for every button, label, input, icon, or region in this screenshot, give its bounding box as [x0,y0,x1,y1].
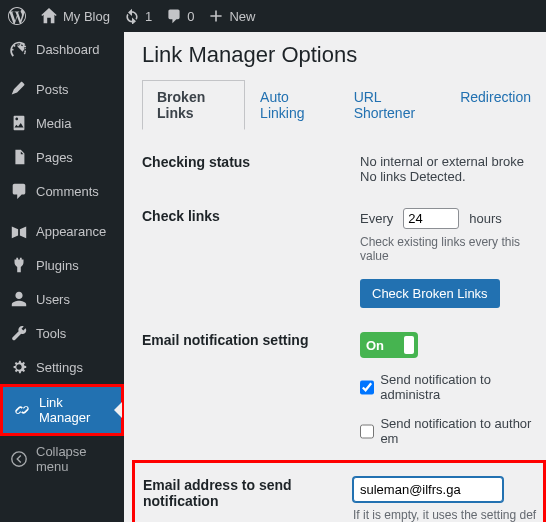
settings-tabs: Broken Links Auto Linking URL Shortener … [142,80,546,130]
sidebar-item-label: Tools [36,326,66,341]
tab-url-shortener[interactable]: URL Shortener [339,80,446,130]
sidebar-item-tools[interactable]: Tools [0,316,124,350]
svg-point-0 [12,452,26,466]
comments-link[interactable]: 0 [166,8,194,24]
comment-icon [166,8,182,24]
tab-redirection[interactable]: Redirection [445,80,546,130]
sidebar-item-posts[interactable]: Posts [0,72,124,106]
tab-broken-links[interactable]: Broken Links [142,80,245,130]
new-content-link[interactable]: New [208,8,255,24]
pin-icon [10,80,28,98]
sidebar-item-label: Pages [36,150,73,165]
sidebar-item-label: Dashboard [36,42,100,57]
collapse-menu-button[interactable]: Collapse menu [0,436,124,482]
notify-admin-checkbox[interactable] [360,380,374,395]
row-checking-status: Checking status No internal or external … [142,144,546,198]
notify-author-label: Send notification to author em [380,416,546,446]
highlight-email-address: Email address to send notification If it… [132,460,546,522]
sidebar-item-label: Settings [36,360,83,375]
updates-count: 1 [145,9,152,24]
notification-email-input[interactable] [353,477,503,502]
sidebar-item-settings[interactable]: Settings [0,350,124,384]
home-icon [40,7,58,25]
highlight-link-manager: Link Manager [0,384,124,436]
media-icon [10,114,28,132]
site-name-link[interactable]: My Blog [40,7,110,25]
checking-status-label: Checking status [142,154,360,170]
site-name: My Blog [63,9,110,24]
check-broken-links-button[interactable]: Check Broken Links [360,279,500,308]
new-label: New [229,9,255,24]
sidebar-item-media[interactable]: Media [0,106,124,140]
sidebar-item-comments[interactable]: Comments [0,174,124,208]
notify-admin-label: Send notification to administra [380,372,546,402]
sidebar-item-label: Media [36,116,71,131]
refresh-icon [124,8,140,24]
checking-status-text2: No links Detected. [360,169,546,184]
tools-icon [10,324,28,342]
row-email-setting: Email notification setting On Send notif… [142,322,546,460]
email-address-desc: If it is empty, it uses the setting def [353,508,543,522]
check-links-desc: Check existing links every this value [360,235,546,263]
users-icon [10,290,28,308]
sidebar-item-users[interactable]: Users [0,282,124,316]
wordpress-icon [8,7,26,25]
comments-count: 0 [187,9,194,24]
collapse-icon [10,450,28,468]
sidebar-item-label: Posts [36,82,69,97]
plus-icon [208,8,224,24]
page-title: Link Manager Options [142,42,546,68]
sidebar-item-dashboard[interactable]: Dashboard [0,32,124,66]
main-content: Link Manager Options Broken Links Auto L… [124,32,546,522]
tab-auto-linking[interactable]: Auto Linking [245,80,339,130]
email-address-label: Email address to send notification [143,477,353,509]
notify-author-checkbox[interactable] [360,424,374,439]
sidebar-item-pages[interactable]: Pages [0,140,124,174]
collapse-label: Collapse menu [36,444,114,474]
admin-toolbar: My Blog 1 0 New [0,0,546,32]
sidebar-item-label: Link Manager [39,395,111,425]
sidebar-item-appearance[interactable]: Appearance [0,214,124,248]
toggle-label: On [366,338,384,353]
updates-link[interactable]: 1 [124,8,152,24]
check-links-prefix: Every [360,211,393,226]
sidebar-item-label: Comments [36,184,99,199]
check-links-label: Check links [142,208,360,224]
sidebar-item-plugins[interactable]: Plugins [0,248,124,282]
admin-sidebar: Dashboard Posts Media Pages Comments App… [0,32,124,522]
appearance-icon [10,222,28,240]
link-icon [13,401,31,419]
settings-icon [10,358,28,376]
sidebar-item-link-manager[interactable]: Link Manager [3,387,121,433]
check-links-hours-input[interactable] [403,208,459,229]
dashboard-icon [10,40,28,58]
row-check-links: Check links Every hours Check existing l… [142,198,546,322]
check-links-suffix: hours [469,211,502,226]
plugin-icon [10,256,28,274]
page-icon [10,148,28,166]
email-notification-toggle[interactable]: On [360,332,418,358]
sidebar-item-label: Plugins [36,258,79,273]
checking-status-text1: No internal or external broke [360,154,546,169]
sidebar-item-label: Users [36,292,70,307]
wordpress-logo[interactable] [8,7,26,25]
email-setting-label: Email notification setting [142,332,360,348]
sidebar-item-label: Appearance [36,224,106,239]
comments-icon [10,182,28,200]
